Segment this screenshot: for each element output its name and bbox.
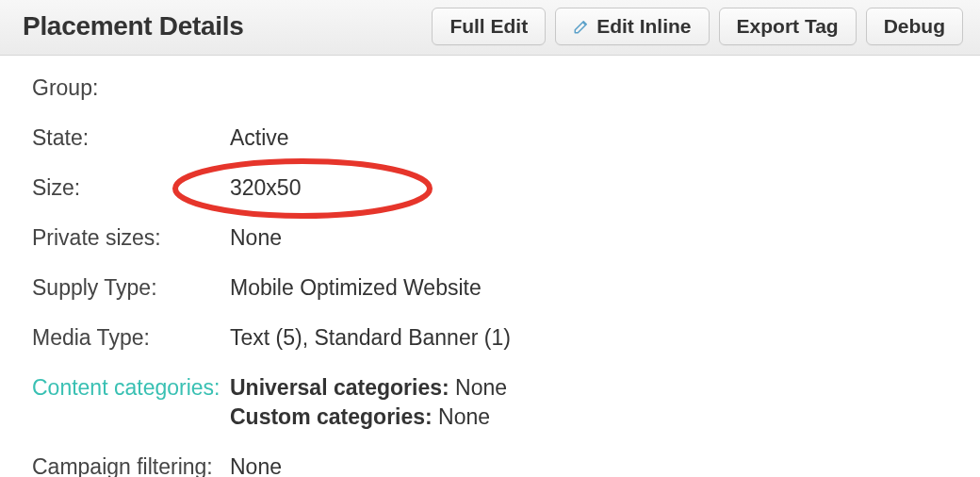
content-categories-row: Content categories: Universal categories…	[32, 363, 954, 442]
export-tag-button[interactable]: Export Tag	[719, 8, 857, 45]
details-content: Group: State: Active Size: 320x50 Privat…	[0, 56, 980, 477]
group-label: Group:	[32, 74, 230, 103]
supply-type-value: Mobile Optimized Website	[230, 273, 482, 303]
campaign-filtering-value: None	[230, 452, 282, 477]
debug-button[interactable]: Debug	[866, 8, 963, 45]
toolbar: Full Edit Edit Inline Export Tag Debug	[432, 8, 963, 45]
private-sizes-label: Private sizes:	[32, 223, 230, 253]
campaign-filtering-label: Campaign filtering:	[32, 452, 230, 477]
edit-inline-button[interactable]: Edit Inline	[555, 8, 709, 45]
custom-categories-line: Custom categories: None	[230, 403, 507, 432]
panel-header: Placement Details Full Edit Edit Inline …	[0, 0, 980, 56]
media-type-label: Media Type:	[32, 323, 230, 353]
universal-categories-line: Universal categories: None	[230, 373, 507, 403]
edit-inline-label: Edit Inline	[596, 15, 691, 38]
full-edit-button[interactable]: Full Edit	[432, 8, 546, 45]
size-row: Size: 320x50	[32, 163, 954, 213]
universal-categories-value: None	[455, 375, 507, 400]
universal-categories-label: Universal categories:	[230, 375, 449, 400]
full-edit-label: Full Edit	[449, 15, 528, 38]
media-type-value: Text (5), Standard Banner (1)	[230, 323, 511, 353]
state-value: Active	[230, 123, 289, 153]
supply-type-label: Supply Type:	[32, 273, 230, 303]
export-tag-label: Export Tag	[737, 15, 839, 38]
content-categories-label[interactable]: Content categories:	[32, 373, 230, 403]
custom-categories-label: Custom categories:	[230, 404, 433, 429]
size-value-cell: 320x50	[230, 173, 301, 203]
pencil-icon	[573, 18, 590, 35]
size-value: 320x50	[230, 175, 301, 200]
private-sizes-row: Private sizes: None	[32, 213, 954, 263]
campaign-filtering-row: Campaign filtering: None	[32, 442, 954, 477]
supply-type-row: Supply Type: Mobile Optimized Website	[32, 263, 954, 313]
state-label: State:	[32, 123, 230, 153]
custom-categories-value: None	[438, 404, 490, 429]
content-categories-value: Universal categories: None Custom catego…	[230, 373, 507, 432]
debug-label: Debug	[884, 15, 945, 38]
private-sizes-value: None	[230, 223, 282, 253]
media-type-row: Media Type: Text (5), Standard Banner (1…	[32, 313, 954, 363]
size-label: Size:	[32, 173, 230, 203]
state-row: State: Active	[32, 113, 954, 163]
size-value-wrap: 320x50	[230, 173, 301, 203]
group-row: Group:	[32, 63, 954, 113]
panel-title: Placement Details	[23, 11, 244, 41]
